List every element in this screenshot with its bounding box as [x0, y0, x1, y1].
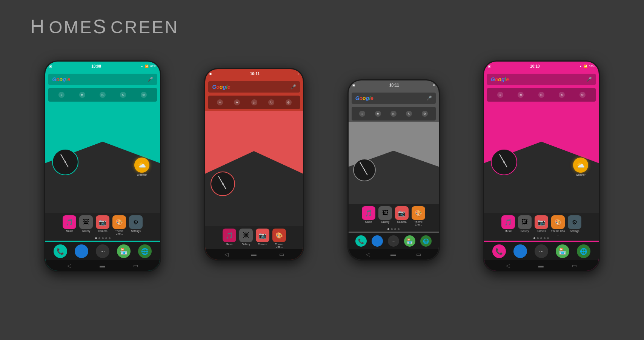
- sim-icon-1: ▣: [49, 65, 52, 68]
- dock-contacts-4[interactable]: 👤: [513, 244, 527, 258]
- nav-home-2[interactable]: ▬: [251, 251, 257, 257]
- nav-home-1[interactable]: ▬: [100, 263, 105, 269]
- app-camera-3[interactable]: 📷 Camera: [394, 206, 409, 226]
- weather-icon-4[interactable]: ⛅ Weather: [573, 158, 588, 176]
- app-settings-label-1: Settings: [131, 230, 140, 232]
- qs3-wifi[interactable]: ≡: [359, 111, 365, 117]
- search-bar-3[interactable]: Google 🎤: [352, 93, 436, 104]
- qs2-loc[interactable]: ▷: [251, 99, 257, 105]
- dock-browser-1[interactable]: 🌐: [138, 244, 152, 258]
- search-bar-1[interactable]: Google 🎤: [48, 74, 157, 85]
- qs2-bt[interactable]: ✱: [234, 99, 240, 105]
- app-music-label-3: Music: [365, 221, 372, 223]
- app-music-4[interactable]: 🎵 Music: [501, 215, 516, 235]
- search-bar-2[interactable]: Google 🎤: [208, 81, 300, 93]
- dock-phone-3[interactable]: 📞: [355, 235, 367, 247]
- qs2-sync[interactable]: ↻: [268, 99, 274, 105]
- qs4-bt[interactable]: ✱: [518, 92, 524, 98]
- dock-contacts-3[interactable]: 👤: [372, 235, 383, 247]
- app-music-1[interactable]: 🎵 Music: [62, 215, 77, 235]
- quick-settings-3: ≡ ✱ ▷ ↻ ⚙: [352, 107, 436, 121]
- qs2-wifi[interactable]: ≡: [217, 99, 223, 105]
- clock-widget-1: [52, 149, 78, 175]
- app-theme-label-4: Theme Cho _: [550, 230, 566, 235]
- quick-settings-4: ≡ ✱ ▷ ↻ ⚙: [487, 88, 596, 102]
- phone-2: ▣ 10:11 ≡ Google 🎤 ≡ ✱ ▷ ↻ ⚙: [204, 68, 304, 261]
- nav-recent-2[interactable]: ▭: [279, 251, 284, 257]
- app-theme-1[interactable]: 🎨 Theme Cho...: [112, 215, 127, 235]
- nav-bar-2: ◁ ▬ ▭: [205, 249, 303, 260]
- time-2: 10:11: [250, 72, 260, 76]
- app-gallery-4[interactable]: 🖼 Gallery: [517, 215, 532, 235]
- dock-phone-1[interactable]: 📞: [54, 244, 67, 258]
- wifi-icon-1: 📶: [145, 65, 149, 68]
- app-gallery-1[interactable]: 🖼 Gallery: [78, 215, 94, 235]
- qs3-sync[interactable]: ↻: [406, 111, 412, 117]
- nav-back-1[interactable]: ◁: [67, 263, 71, 269]
- nav-home-3[interactable]: ▬: [390, 251, 396, 257]
- dock-browser-4[interactable]: 🌐: [577, 244, 590, 258]
- app-music-3[interactable]: 🎵 Music: [361, 206, 376, 226]
- nav-recent-3[interactable]: ▭: [416, 251, 421, 257]
- qs4-sync[interactable]: ↻: [559, 92, 565, 98]
- search-bar-4[interactable]: Google 🎤: [487, 74, 596, 85]
- app-camera-2[interactable]: 📷 Camera: [255, 229, 270, 248]
- app-theme-4[interactable]: 🎨 Theme Cho _: [550, 215, 566, 235]
- nav-back-3[interactable]: ◁: [366, 251, 370, 257]
- nav-recent-1[interactable]: ▭: [133, 263, 138, 269]
- dock-apps-3[interactable]: ⋯: [388, 235, 399, 247]
- phone-3: ▣ 10:11 ≡ Google 🎤 ≡ ✱ ▷ ↻ ⚙: [347, 79, 440, 261]
- dock-store-4[interactable]: 🏪: [556, 244, 569, 258]
- status-bar-3: ▣ 10:11 ≡: [349, 80, 439, 90]
- nav-recent-4[interactable]: ▭: [572, 263, 577, 269]
- dock-store-3[interactable]: 🏪: [404, 235, 415, 247]
- app-gallery-2[interactable]: 🖼 Gallery: [238, 229, 254, 248]
- app-settings-4[interactable]: ⚙ Settings: [567, 215, 582, 235]
- clock-widget-3: [353, 159, 376, 181]
- nav-home-4[interactable]: ▬: [538, 263, 544, 269]
- app-gallery-3[interactable]: 🖼 Gallery: [378, 206, 393, 226]
- qs4-set[interactable]: ⚙: [579, 92, 586, 98]
- app-settings-label-4: Settings: [570, 230, 579, 232]
- dock-1: 📞 👤 ⋯ 🏪 🌐: [45, 242, 160, 260]
- app-camera-4[interactable]: 📷 Camera: [534, 215, 549, 235]
- dock-contacts-1[interactable]: 👤: [75, 244, 88, 258]
- qs-set[interactable]: ⚙: [141, 92, 147, 98]
- qs-bt[interactable]: ✱: [79, 92, 85, 98]
- app-music-2[interactable]: 🎵 Music: [222, 229, 237, 248]
- qs3-bt[interactable]: ✱: [375, 111, 381, 117]
- weather-icon-1[interactable]: ⛅ Weather: [134, 158, 149, 176]
- app-music-label-1: Music: [66, 230, 73, 232]
- dock-browser-3[interactable]: 🌐: [420, 235, 432, 247]
- qs3-loc[interactable]: ▷: [390, 111, 397, 117]
- app-row-3: 🎵 Music 🖼 Gallery 📷 Camera 🎨 Theme Cho..…: [349, 204, 439, 227]
- battery-4: 62%: [589, 65, 595, 68]
- qs-sync[interactable]: ↻: [120, 92, 126, 98]
- app-row-4: 🎵 Music 🖼 Gallery 📷 Camera 🎨 Theme Cho _: [484, 213, 599, 236]
- qs-loc[interactable]: ▷: [100, 92, 106, 98]
- app-theme-3[interactable]: 🎨 Theme Cho...: [411, 206, 426, 226]
- signal-icon-1: ▲: [140, 65, 143, 68]
- app-gallery-label-2: Gallery: [242, 243, 250, 246]
- nav-back-4[interactable]: ◁: [506, 263, 510, 269]
- dock-apps-1[interactable]: ⋯: [96, 244, 109, 258]
- qs3-set[interactable]: ⚙: [422, 111, 428, 117]
- status-bar-4: ▣ 10:10 ▲ 📶 62%: [484, 62, 599, 71]
- app-row-2: 🎵 Music 🖼 Gallery 📷 Camera 🎨 Theme Cho..…: [205, 226, 303, 249]
- app-theme-2[interactable]: 🎨 Theme Cho...: [272, 229, 287, 248]
- app-camera-label-2: Camera: [258, 243, 267, 246]
- qs4-wifi[interactable]: ≡: [497, 92, 503, 98]
- nav-back-2[interactable]: ◁: [224, 251, 229, 257]
- dock-apps-4[interactable]: ⋯: [535, 244, 548, 258]
- google-logo-3: Google: [355, 95, 373, 101]
- app-settings-1[interactable]: ⚙ Settings: [128, 215, 143, 235]
- qs2-set[interactable]: ⚙: [286, 99, 292, 105]
- google-logo-1: Google: [52, 76, 70, 82]
- dock-phone-4[interactable]: 📞: [492, 244, 506, 258]
- qs-wifi[interactable]: ≡: [58, 92, 65, 98]
- app-theme-label-2: Theme Cho...: [272, 243, 287, 248]
- nav-bar-1: ◁ ▬ ▭: [45, 260, 160, 271]
- app-camera-1[interactable]: 📷 Camera: [95, 215, 110, 235]
- dock-store-1[interactable]: 🏪: [117, 244, 131, 258]
- qs4-loc[interactable]: ▷: [538, 92, 544, 98]
